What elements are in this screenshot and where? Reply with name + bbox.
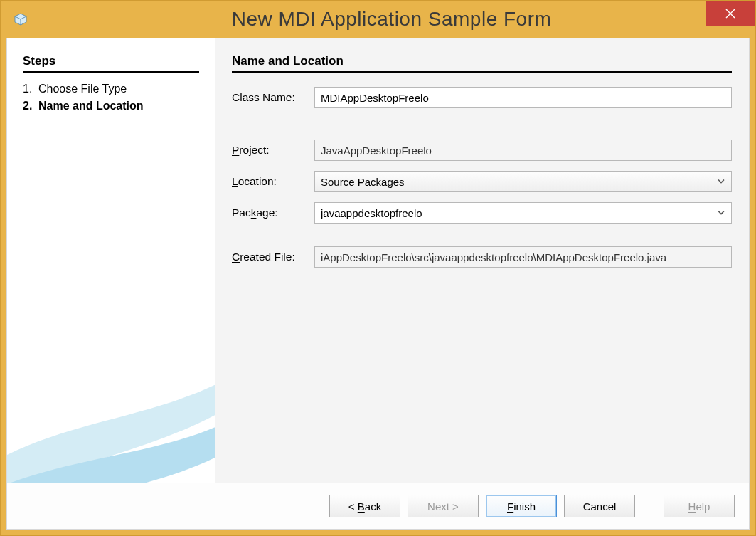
chevron-down-icon	[717, 176, 725, 188]
label-created-file: Created File:	[232, 251, 314, 263]
client-area: Steps 1.Choose File Type 2.Name and Loca…	[6, 38, 750, 530]
row-project: Project:	[232, 140, 732, 161]
back-button[interactable]: < Back	[329, 495, 400, 517]
wizard-window: New MDI Application Sample Form Steps 1.…	[0, 0, 756, 536]
steps-divider	[23, 71, 199, 73]
help-button: Help	[664, 495, 735, 517]
project-field	[314, 140, 732, 161]
location-combo[interactable]: Source Packages	[314, 171, 732, 192]
row-class-name: Class Name:	[232, 87, 732, 108]
class-name-input[interactable]	[314, 87, 732, 108]
label-project: Project:	[232, 144, 314, 157]
chevron-down-icon	[717, 207, 725, 219]
label-location: Location:	[232, 175, 314, 188]
decorative-swoosh	[7, 340, 215, 483]
cancel-button[interactable]: Cancel	[564, 495, 635, 517]
created-file-field	[314, 246, 732, 268]
row-location: Location: Source Packages	[232, 171, 732, 192]
titlebar: New MDI Application Sample Form	[1, 1, 755, 38]
steps-heading: Steps	[23, 54, 199, 68]
body: Steps 1.Choose File Type 2.Name and Loca…	[7, 38, 749, 483]
step-choose-file-type: 1.Choose File Type	[23, 83, 199, 95]
main-panel: Name and Location Class Name: Project: L…	[215, 38, 749, 483]
main-heading: Name and Location	[232, 54, 732, 68]
steps-sidebar: Steps 1.Choose File Type 2.Name and Loca…	[7, 38, 215, 483]
step-name-and-location: 2.Name and Location	[23, 100, 199, 112]
window-title: New MDI Application Sample Form	[28, 8, 755, 31]
app-icon	[14, 12, 28, 26]
close-button[interactable]	[706, 1, 755, 26]
close-icon	[725, 8, 736, 19]
row-created-file: Created File:	[232, 246, 732, 268]
package-combo[interactable]: javaappdesktopfreelo	[314, 202, 732, 224]
form-separator	[232, 288, 732, 288]
footer: < Back Next > Finish Cancel Help	[7, 483, 749, 529]
steps-list: 1.Choose File Type 2.Name and Location	[23, 83, 199, 112]
row-package: Package: javaappdesktopfreelo	[232, 202, 732, 224]
next-button: Next >	[408, 495, 479, 517]
label-package: Package:	[232, 206, 314, 219]
finish-button[interactable]: Finish	[486, 495, 557, 517]
label-class-name: Class Name:	[232, 91, 314, 104]
main-divider	[232, 71, 732, 73]
